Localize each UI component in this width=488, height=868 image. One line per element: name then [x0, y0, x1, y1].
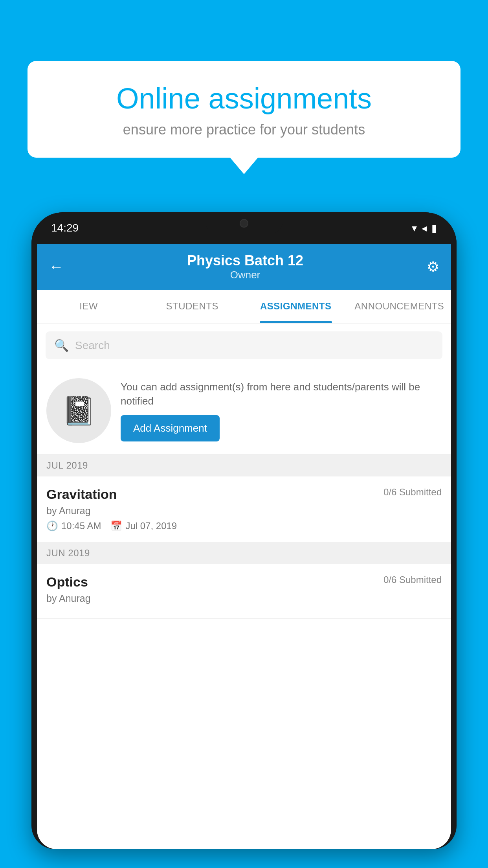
status-icons: ▾ ◂ ▮ — [412, 222, 437, 234]
bubble-subtitle: ensure more practice for your students — [51, 121, 437, 138]
signal-icon: ◂ — [422, 222, 427, 234]
phone-device: 14:29 ▾ ◂ ▮ ← Physics Batch 12 Owner ⚙ — [31, 212, 457, 849]
search-bar[interactable]: 🔍 Search — [46, 331, 442, 359]
promo-icon-circle: 📓 — [46, 378, 111, 443]
back-button[interactable]: ← — [49, 258, 64, 275]
phone-screen: ← Physics Batch 12 Owner ⚙ IEW STUDENTS … — [37, 244, 451, 849]
assignment-header-optics: Optics 0/6 Submitted — [46, 574, 442, 590]
assignment-meta: 🕐 10:45 AM 📅 Jul 07, 2019 — [46, 520, 442, 531]
month-separator-jun: JUN 2019 — [37, 542, 451, 564]
speech-bubble: Online assignments ensure more practice … — [28, 61, 460, 158]
assignment-item-gravitation[interactable]: Gravitation 0/6 Submitted by Anurag 🕐 10… — [37, 476, 451, 542]
search-placeholder: Search — [75, 339, 110, 352]
promo-section: 📓 You can add assignment(s) from here an… — [37, 367, 451, 454]
tab-assignments[interactable]: ASSIGNMENTS — [244, 290, 348, 323]
promo-text-area: You can add assignment(s) from here and … — [121, 380, 442, 442]
tab-iew[interactable]: IEW — [37, 290, 141, 323]
add-assignment-button[interactable]: Add Assignment — [121, 415, 220, 441]
camera-dot — [240, 219, 248, 228]
assignment-header: Gravitation 0/6 Submitted — [46, 487, 442, 502]
status-bar: 14:29 ▾ ◂ ▮ — [31, 212, 457, 244]
month-separator-jul: JUL 2019 — [37, 454, 451, 476]
wifi-icon: ▾ — [412, 222, 417, 234]
assignment-time: 🕐 10:45 AM — [46, 520, 101, 531]
optics-submitted: 0/6 Submitted — [383, 574, 442, 585]
calendar-icon: 📅 — [110, 520, 122, 531]
battery-icon: ▮ — [431, 222, 437, 234]
clock-icon: 🕐 — [46, 520, 58, 531]
header-title: Physics Batch 12 — [64, 252, 427, 269]
tabs-bar: IEW STUDENTS ASSIGNMENTS ANNOUNCEMENTS — [37, 290, 451, 324]
tab-announcements[interactable]: ANNOUNCEMENTS — [348, 290, 451, 323]
optics-title: Optics — [46, 574, 88, 590]
assignment-submitted: 0/6 Submitted — [383, 487, 442, 498]
settings-icon[interactable]: ⚙ — [427, 259, 439, 275]
bubble-title: Online assignments — [51, 83, 437, 114]
assignment-date: 📅 Jul 07, 2019 — [110, 520, 177, 531]
phone-container: 14:29 ▾ ◂ ▮ ← Physics Batch 12 Owner ⚙ — [31, 212, 457, 868]
assignment-item-optics[interactable]: Optics 0/6 Submitted by Anurag — [37, 564, 451, 619]
phone-notch — [205, 212, 283, 234]
optics-author: by Anurag — [46, 593, 442, 604]
tab-students[interactable]: STUDENTS — [141, 290, 244, 323]
status-time: 14:29 — [51, 222, 79, 234]
assignment-title: Gravitation — [46, 487, 117, 502]
speech-bubble-container: Online assignments ensure more practice … — [28, 61, 460, 158]
search-container: 🔍 Search — [37, 324, 451, 367]
header-subtitle: Owner — [64, 269, 427, 281]
promo-description: You can add assignment(s) from here and … — [121, 380, 442, 408]
notebook-icon: 📓 — [62, 395, 96, 427]
app-header: ← Physics Batch 12 Owner ⚙ — [37, 244, 451, 290]
search-icon: 🔍 — [54, 338, 69, 352]
assignment-author: by Anurag — [46, 505, 442, 517]
header-title-area: Physics Batch 12 Owner — [64, 252, 427, 281]
